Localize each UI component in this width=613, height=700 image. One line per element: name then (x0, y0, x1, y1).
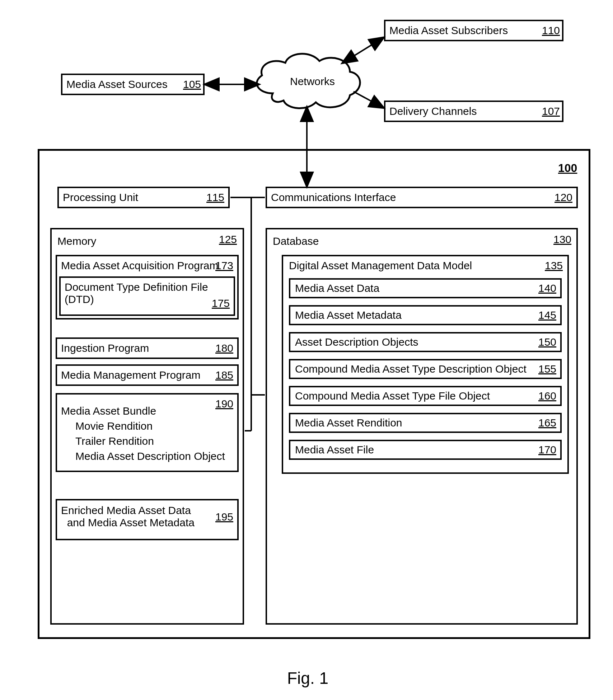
model-item-3-ref: 150 (538, 336, 556, 348)
model-item-7-ref: 170 (538, 444, 556, 456)
enriched-ref: 195 (215, 511, 233, 523)
model-item-7-label: Media Asset File (295, 444, 374, 456)
ingestion-label: Ingestion Program (61, 342, 149, 354)
diagram-canvas: Networks Media Asset Sources 105 Media A… (0, 0, 613, 700)
svg-line-2 (354, 92, 383, 108)
figure-label: Fig. 1 (287, 668, 328, 688)
media-asset-subscribers-ref: 110 (542, 24, 560, 37)
bundle-line2: Trailer Rendition (75, 435, 154, 447)
ingestion-ref: 180 (215, 342, 233, 354)
model-item-3-label: Asset Description Objects (295, 336, 418, 348)
delivery-channels-ref: 107 (542, 105, 560, 117)
model-item-1-ref: 140 (538, 282, 556, 294)
model-item-5-ref: 160 (538, 390, 556, 402)
bundle-label: Media Asset Bundle (61, 405, 156, 417)
model-item-4-label: Compound Media Asset Type Description Ob… (295, 363, 527, 375)
comms-interface-label: Communications Interface (271, 191, 396, 204)
model-item-2-label: Media Asset Metadata (295, 309, 402, 321)
media-asset-subscribers-label: Media Asset Subscribers (389, 24, 508, 37)
model-ref: 135 (545, 260, 563, 272)
database-label: Database (273, 235, 319, 247)
bundle-ref: 190 (215, 398, 233, 410)
model-item-6-label: Media Asset Rendition (295, 417, 402, 429)
svg-line-1 (343, 38, 383, 63)
model-item-6-ref: 165 (538, 417, 556, 429)
system-ref: 100 (558, 162, 577, 175)
model-label: Digital Asset Management Data Model (289, 260, 472, 272)
bundle-line3: Media Asset Description Object (75, 450, 225, 462)
acquisition-ref: 173 (215, 260, 233, 272)
delivery-channels-label: Delivery Channels (389, 105, 477, 117)
media-asset-sources-ref: 105 (183, 78, 201, 90)
media-asset-sources-label: Media Asset Sources (66, 78, 168, 90)
comms-interface-ref: 120 (554, 191, 572, 204)
acquisition-label: Media Asset Acquisition Program (61, 260, 219, 272)
cloud-label: Networks (290, 75, 335, 88)
database-ref: 130 (553, 233, 571, 246)
model-item-1-label: Media Asset Data (295, 282, 379, 294)
media-mgmt-ref: 185 (215, 369, 233, 381)
dtd-ref: 175 (212, 297, 230, 309)
model-item-2-ref: 145 (538, 309, 556, 321)
dtd-label: Document Type Definition File (DTD) (65, 281, 208, 305)
bundle-line1: Movie Rendition (75, 420, 153, 432)
memory-label: Memory (57, 235, 96, 247)
enriched-label: Enriched Media Asset Data and Media Asse… (61, 504, 195, 529)
memory-ref: 125 (219, 233, 237, 246)
model-item-4-ref: 155 (538, 363, 556, 375)
processing-unit-label: Processing Unit (63, 191, 138, 204)
processing-unit-ref: 115 (206, 191, 224, 204)
model-item-5-label: Compound Media Asset Type File Object (295, 390, 490, 402)
media-mgmt-label: Media Management Program (61, 369, 201, 381)
